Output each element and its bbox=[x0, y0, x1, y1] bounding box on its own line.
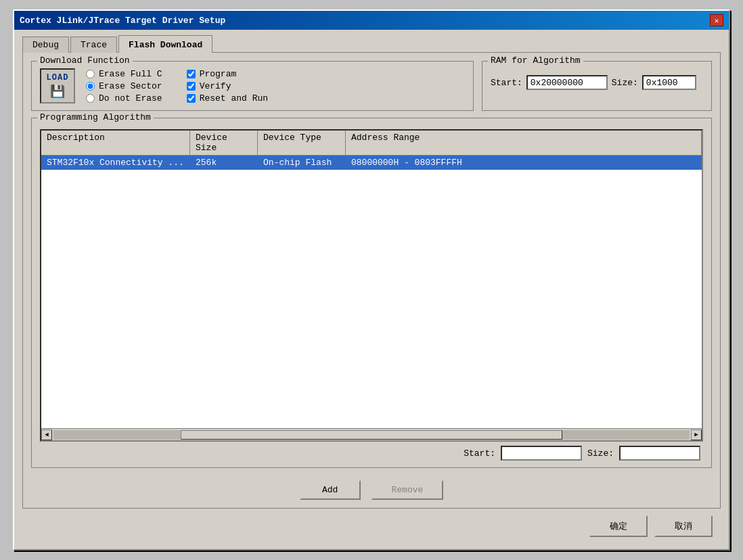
radio-erase-full: Erase Full C bbox=[86, 69, 162, 79]
algo-size-input[interactable] bbox=[619, 446, 700, 461]
top-row: Download Function LOAD 💾 Erase Full C bbox=[31, 61, 712, 111]
checkbox-verify: Verify bbox=[187, 81, 268, 91]
scroll-right[interactable]: ▶ bbox=[691, 429, 702, 440]
row-device-size: 256k bbox=[190, 156, 258, 170]
checkbox-reset-run: Reset and Run bbox=[187, 93, 268, 103]
checkbox-options: Program Verify Reset and Run bbox=[187, 69, 268, 103]
table-row[interactable]: STM32F10x Connectivity ... 256k On-chip … bbox=[41, 156, 702, 170]
tab-flash-download[interactable]: Flash Download bbox=[118, 35, 212, 53]
scroll-left[interactable]: ◀ bbox=[41, 429, 52, 440]
table-body: STM32F10x Connectivity ... 256k On-chip … bbox=[41, 156, 702, 428]
row-description: STM32F10x Connectivity ... bbox=[41, 156, 190, 170]
radio-do-not-erase-input[interactable] bbox=[86, 94, 95, 103]
scroll-track[interactable] bbox=[53, 430, 690, 440]
cancel-button[interactable]: 取消 bbox=[654, 515, 713, 537]
programming-algorithm-group: Programming Algorithm Description Device… bbox=[31, 118, 712, 468]
algo-start-input[interactable] bbox=[501, 446, 582, 461]
radio-erase-full-label: Erase Full C bbox=[99, 69, 162, 79]
algo-size-label: Size: bbox=[587, 448, 614, 459]
ram-algorithm-legend: RAM for Algorithm bbox=[488, 55, 583, 66]
col-device-size: Device Size bbox=[190, 131, 258, 155]
radio-do-not-erase-label: Do not Erase bbox=[99, 93, 162, 103]
ok-button[interactable]: 确定 bbox=[589, 515, 648, 537]
ram-start-input[interactable] bbox=[526, 75, 608, 90]
title-bar: Cortex JLink/JTrace Target Driver Setup … bbox=[14, 11, 729, 30]
ram-size-input[interactable] bbox=[642, 75, 696, 90]
download-function-inner: LOAD 💾 Erase Full C Erase Sector bbox=[40, 68, 465, 103]
ram-algorithm-group: RAM for Algorithm Start: Size: bbox=[482, 61, 712, 111]
download-function-group: Download Function LOAD 💾 Erase Full C bbox=[31, 61, 474, 111]
col-device-type: Device Type bbox=[258, 131, 346, 155]
checkbox-verify-label: Verify bbox=[200, 81, 231, 91]
row-device-type: On-chip Flash bbox=[258, 156, 346, 170]
load-text: LOAD bbox=[47, 73, 69, 83]
checkbox-reset-run-label: Reset and Run bbox=[200, 93, 268, 103]
load-icon: LOAD 💾 bbox=[40, 68, 75, 103]
checkbox-verify-input[interactable] bbox=[187, 82, 196, 91]
ram-start-label: Start: bbox=[491, 78, 522, 88]
window-body: Debug Trace Flash Download Download Func… bbox=[14, 30, 729, 549]
window-title: Cortex JLink/JTrace Target Driver Setup bbox=[20, 16, 225, 26]
algo-start-label: Start: bbox=[464, 448, 495, 459]
prog-algo-inner: Description Device Size Device Type Addr… bbox=[40, 129, 703, 461]
checkbox-program-input[interactable] bbox=[187, 70, 196, 78]
footer-buttons: 确定 取消 bbox=[22, 509, 721, 544]
tab-debug[interactable]: Debug bbox=[22, 37, 69, 53]
scroll-thumb[interactable] bbox=[181, 430, 562, 440]
radio-erase-sector-label: Erase Sector bbox=[99, 81, 162, 91]
radio-erase-full-input[interactable] bbox=[86, 70, 95, 78]
radio-options: Erase Full C Erase Sector Do not Erase bbox=[86, 69, 162, 103]
tab-bar: Debug Trace Flash Download bbox=[22, 35, 721, 53]
checkbox-program-label: Program bbox=[200, 69, 237, 79]
tab-content: Download Function LOAD 💾 Erase Full C bbox=[22, 52, 721, 509]
bottom-fields: Start: Size: bbox=[40, 446, 703, 461]
row-address-range: 08000000H - 0803FFFFH bbox=[346, 156, 702, 170]
radio-erase-sector-input[interactable] bbox=[86, 82, 95, 91]
radio-do-not-erase: Do not Erase bbox=[86, 93, 162, 103]
radio-erase-sector: Erase Sector bbox=[86, 81, 162, 91]
col-address-range: Address Range bbox=[346, 131, 702, 155]
download-function-legend: Download Function bbox=[37, 55, 133, 66]
add-button[interactable]: Add bbox=[300, 480, 361, 500]
remove-button[interactable]: Remove bbox=[372, 480, 444, 500]
col-description: Description bbox=[41, 131, 190, 155]
horizontal-scrollbar[interactable]: ◀ ▶ bbox=[41, 428, 702, 440]
algorithm-table: Description Device Size Device Type Addr… bbox=[40, 129, 703, 442]
programming-algorithm-legend: Programming Algorithm bbox=[37, 112, 154, 122]
close-button[interactable]: ✕ bbox=[710, 14, 723, 26]
chip-icon: 💾 bbox=[50, 84, 65, 99]
table-header: Description Device Size Device Type Addr… bbox=[41, 131, 702, 156]
tab-trace[interactable]: Trace bbox=[70, 37, 117, 53]
checkbox-program: Program bbox=[187, 69, 268, 79]
add-remove-buttons: Add Remove bbox=[31, 480, 712, 500]
checkbox-reset-run-input[interactable] bbox=[187, 94, 196, 103]
main-window: Cortex JLink/JTrace Target Driver Setup … bbox=[13, 9, 730, 551]
ram-size-label: Size: bbox=[612, 78, 638, 88]
